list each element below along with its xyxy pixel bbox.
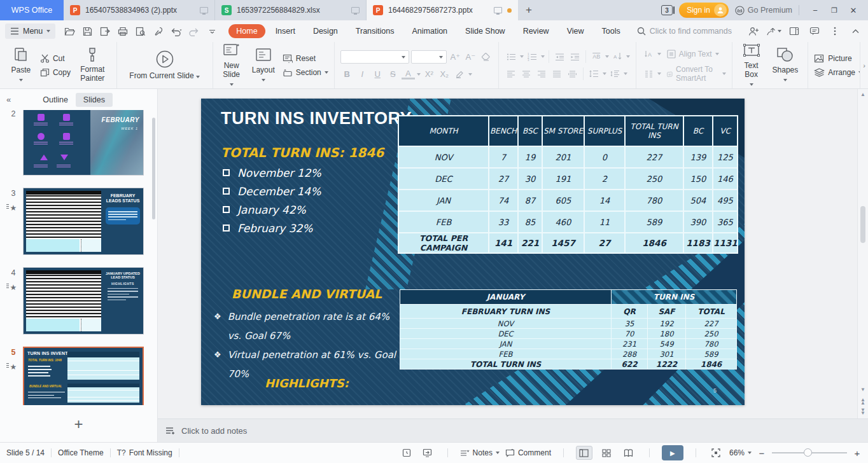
font-missing-indicator[interactable]: T? Font Missing (117, 448, 172, 457)
task-pane-button[interactable] (787, 24, 802, 39)
thumbnail-canvas[interactable]: JANUARY UPDATED LEAD STATUS HIGHLIGHTS (23, 267, 144, 335)
redo-button[interactable] (186, 24, 202, 39)
decrease-font-button[interactable]: A⁻ (464, 50, 477, 63)
font-size-select[interactable] (411, 50, 447, 64)
ribbon-expand-button[interactable]: › (860, 42, 868, 88)
justify-button[interactable] (550, 67, 564, 80)
undo-button[interactable] (169, 24, 184, 39)
menu-tab-tools[interactable]: Tools (594, 24, 628, 38)
zoom-out-button[interactable]: − (757, 448, 766, 459)
more-options-button[interactable] (827, 24, 843, 39)
align-left-button[interactable] (505, 67, 518, 80)
doc-tab-1[interactable]: P 165407538834963 (2).pptx (64, 0, 215, 20)
clear-format-button[interactable] (479, 50, 493, 63)
scroll-up-icon[interactable]: ▲ (860, 89, 865, 99)
total-turn-ins-heading[interactable]: TOTAL TURN INS: 1846 (221, 145, 384, 160)
previous-slide-button[interactable]: ▲▲ (860, 399, 865, 404)
close-button[interactable]: ✕ (844, 1, 863, 19)
format-painter-button[interactable]: Format Painter (74, 45, 111, 85)
thumbnail-canvas[interactable]: FEBRUARY LEADS STATUS (23, 188, 144, 255)
convert-to-smartart-button[interactable]: Convert To SmartArt (667, 65, 726, 83)
scroll-down-icon[interactable]: ▼ (860, 384, 865, 394)
slide-5-canvas[interactable]: TURN INS INVENTORY TOTAL TURN INS: 1846 … (201, 99, 745, 405)
menu-tab-insert[interactable]: Insert (268, 24, 303, 38)
layout-button[interactable]: Layout (248, 45, 279, 86)
doc-tab-3-active[interactable]: P 1644682975687273.pptx (367, 0, 518, 20)
cut-button[interactable]: Cut (40, 54, 71, 63)
slide-title[interactable]: TURN INS INVENTORY (221, 109, 412, 128)
switch-window-icon[interactable] (420, 445, 435, 460)
menu-tab-review[interactable]: Review (515, 24, 557, 38)
slide-thumbnail-3[interactable]: 3 ★ FEBRUARY LEADS STATUS (4, 188, 157, 255)
format-brush-button[interactable] (151, 24, 166, 39)
vertical-text-button[interactable]: A (611, 50, 624, 63)
save-as-button[interactable] (97, 24, 113, 39)
turn-ins-table[interactable]: MONTH BENCH BSC SM STORE SURPLUS TOTAL T… (398, 115, 738, 254)
menu-tab-design[interactable]: Design (305, 24, 346, 38)
increase-font-button[interactable]: A⁺ (449, 50, 462, 63)
subscript-button[interactable]: X₂ (438, 68, 451, 81)
collapse-panel-button[interactable]: « (6, 95, 11, 104)
normal-view-button[interactable] (576, 446, 592, 460)
underline-button[interactable]: U (371, 68, 384, 81)
zoom-in-button[interactable]: + (853, 448, 862, 459)
columns-button[interactable] (642, 67, 655, 80)
minimize-button[interactable]: − (806, 1, 825, 19)
italic-button[interactable]: I (356, 68, 369, 81)
menu-tab-transitions[interactable]: Transitions (348, 24, 402, 38)
fit-slide-button[interactable] (708, 445, 724, 460)
window-count-button[interactable]: 3 (661, 5, 673, 15)
reading-view-button[interactable] (620, 446, 637, 460)
scrollbar-thumb[interactable] (860, 206, 865, 243)
decrease-indent-button[interactable] (553, 50, 566, 63)
menu-tab-animation[interactable]: Animation (404, 24, 455, 38)
doc-tab-2[interactable]: S 1653972256884829.xlsx (215, 0, 367, 20)
restore-button[interactable]: ❐ (825, 1, 844, 19)
go-premium-button[interactable]: Go Premium (735, 6, 792, 15)
line-spacing-button[interactable] (587, 67, 601, 80)
bundle-bullet-list[interactable]: ❖Bundle penetration rate is at 64% vs. G… (214, 307, 406, 384)
reset-button[interactable]: Reset (283, 54, 328, 63)
increase-indent-button[interactable] (568, 50, 582, 63)
january-turn-ins-table[interactable]: JANUARY TURN INS FEBRUARY TURN INS QR SA… (400, 289, 737, 370)
slide-sorter-view-button[interactable] (598, 446, 615, 460)
arrange-button[interactable]: Arrange (814, 68, 862, 77)
slide-thumbnail-2[interactable]: 2 FEBRUARY WEEK 1 (4, 110, 157, 176)
distribute-button[interactable] (566, 67, 579, 80)
shapes-button[interactable]: Shapes (769, 45, 802, 86)
add-slide-button[interactable]: + (0, 415, 157, 433)
menu-tab-home[interactable]: Home (228, 24, 265, 38)
comment-panel-button[interactable] (807, 24, 822, 39)
share-with-people-button[interactable] (746, 24, 761, 39)
tab-outline[interactable]: Outline (35, 93, 76, 107)
strikethrough-button[interactable]: S (386, 68, 400, 81)
font-color-button[interactable]: A (402, 69, 415, 79)
task-window-icon[interactable] (399, 445, 414, 460)
superscript-button[interactable]: X² (423, 68, 436, 81)
bullet-list-button[interactable] (505, 50, 518, 63)
search-input[interactable] (650, 27, 745, 36)
vertical-scrollbar[interactable]: ▲ ▼ ▲▲ ▼▼ (857, 89, 868, 418)
quick-access-more-button[interactable] (204, 24, 220, 39)
slide-thumbnail-5-selected[interactable]: 5 ★ TURN INS INVENTORY TOTAL TURN INS: 1… (4, 347, 157, 405)
new-slide-button[interactable]: New Slide (219, 40, 244, 90)
sign-in-button[interactable]: Sign in (679, 3, 729, 18)
month-bullet-list[interactable]: November 12%December 14%January 42%Febru… (223, 163, 321, 237)
zoom-slider[interactable] (772, 452, 847, 453)
picture-button[interactable]: Picture (814, 54, 862, 63)
slide-thumbnail-4[interactable]: 4 ★ JANUARY UPDATED LEAD STATUS HIGHLIGH… (4, 267, 157, 335)
play-slideshow-button[interactable]: ▶ (662, 445, 683, 460)
paste-button[interactable]: Paste (6, 45, 36, 86)
menu-tab-view[interactable]: View (559, 24, 592, 38)
thumbnail-canvas[interactable]: FEBRUARY WEEK 1 (23, 110, 144, 176)
text-direction-button[interactable]: AB (590, 50, 603, 63)
highlights-heading[interactable]: HIGHLIGHTS: (214, 377, 400, 390)
section-button[interactable]: Section (283, 68, 328, 77)
thumbnail-canvas[interactable]: TURN INS INVENTORY TOTAL TURN INS: 1846 … (23, 347, 144, 405)
app-menu-button[interactable]: WPS Office (0, 0, 64, 20)
bold-button[interactable]: B (340, 68, 354, 81)
highlight-button[interactable] (453, 68, 466, 81)
copy-button[interactable]: Copy (40, 68, 71, 77)
zoom-level-button[interactable]: 66% (729, 448, 752, 457)
notes-bar[interactable]: Click to add notes (158, 418, 868, 442)
